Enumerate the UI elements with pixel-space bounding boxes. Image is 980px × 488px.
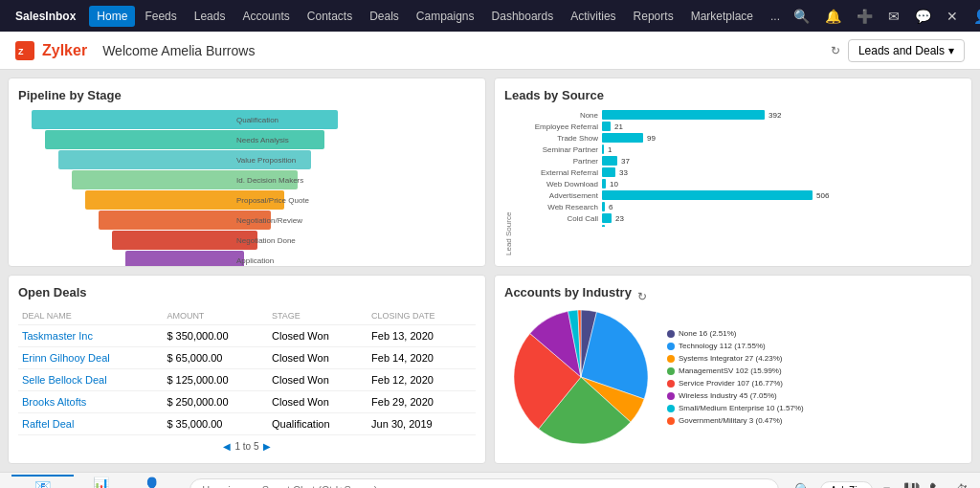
leads-deals-button[interactable]: Leads and Deals ▾ xyxy=(848,39,965,62)
save-icon[interactable]: 💾 xyxy=(903,482,920,488)
nav-items: HomeFeedsLeadsAccountsContactsDealsCampa… xyxy=(89,6,761,27)
legend-item: Government/Military 3 (0.47%) xyxy=(667,416,962,425)
deal-amount: $ 65,000.00 xyxy=(163,347,268,369)
funnel-stage-label: Application xyxy=(236,256,351,265)
bottom-right-actions: 🔍 Ask Zia ✏ 💾 📞 ⏱ xyxy=(794,481,969,489)
leads-bar-row: Public Relations8 xyxy=(517,225,829,227)
more-icon[interactable]: ... xyxy=(763,6,788,27)
legend-label: Government/Military 3 (0.47%) xyxy=(679,416,782,425)
brand-label[interactable]: SalesInbox xyxy=(8,6,83,27)
funnel-bar xyxy=(125,251,244,267)
nav-item-dashboards[interactable]: Dashboards xyxy=(484,6,562,27)
nav-item-activities[interactable]: Activities xyxy=(563,6,623,27)
leads-bar-fill xyxy=(602,144,604,154)
funnel-stage: Needs Analysis xyxy=(18,130,351,149)
next-page-arrow[interactable]: ▶ xyxy=(263,441,271,452)
compose-icon[interactable]: ✏ xyxy=(882,482,894,488)
pipeline-panel: Pipeline by Stage QualificationNeeds Ana… xyxy=(8,78,486,267)
leads-bar-fill xyxy=(602,179,606,189)
deal-name-link[interactable]: Taskmaster Inc xyxy=(18,325,163,347)
deal-stage: Closed Won xyxy=(268,369,368,391)
leads-bar-value: 99 xyxy=(647,134,656,143)
bottom-bar: 📧Unread Deals📊Channels👤Contacts 🔍 Ask Zi… xyxy=(0,472,980,488)
deal-name-link[interactable]: Erinn Gilhooy Deal xyxy=(18,347,163,369)
nav-item-accounts[interactable]: Accounts xyxy=(234,6,297,27)
close-icon[interactable]: ✕ xyxy=(943,7,962,26)
leads-bar-value: 392 xyxy=(768,111,781,120)
deal-name-link[interactable]: Selle Bellock Deal xyxy=(18,369,163,391)
chat-icon[interactable]: 💬 xyxy=(911,7,935,26)
funnel-stage: Id. Decision Makers xyxy=(18,170,351,189)
leads-bar-label: Public Relations xyxy=(517,226,598,228)
deals-column-header: DEAL NAME xyxy=(18,307,163,325)
legend-color-dot xyxy=(667,343,675,350)
bottom-tab-contacts[interactable]: 👤Contacts xyxy=(129,475,175,488)
call-icon[interactable]: 📞 xyxy=(929,482,946,488)
funnel-stage-label: Value Proposition xyxy=(236,156,351,165)
user-avatar[interactable]: 👤 xyxy=(969,7,980,26)
leads-bar-fill xyxy=(602,122,611,131)
legend-color-dot xyxy=(667,367,675,375)
nav-item-marketplace[interactable]: Marketplace xyxy=(683,6,761,27)
tab-icon: 👤 xyxy=(144,477,160,488)
zylker-logo-icon: Z xyxy=(15,41,34,60)
legend-label: Systems Integrator 27 (4.23%) xyxy=(679,354,783,363)
nav-item-contacts[interactable]: Contacts xyxy=(300,6,360,27)
ask-zia-button[interactable]: Ask Zia xyxy=(820,481,873,489)
leads-bar-value: 23 xyxy=(615,214,624,223)
smart-chat-input[interactable] xyxy=(189,478,778,488)
refresh-icon[interactable]: ↻ xyxy=(831,44,840,57)
legend-item: Technology 112 (17.55%) xyxy=(667,342,962,350)
email-icon[interactable]: ✉ xyxy=(884,7,903,26)
leads-bar-fill xyxy=(602,190,813,200)
search-bottom-icon[interactable]: 🔍 xyxy=(794,482,811,488)
header-bar: Z Zylker Welcome Amelia Burrows ↻ Leads … xyxy=(0,32,980,70)
deal-name-link[interactable]: Brooks Altofts xyxy=(18,391,163,413)
leads-bar-label: Seminar Partner xyxy=(517,145,598,154)
leads-source-title: Leads by Source xyxy=(504,88,962,102)
deal-stage: Closed Won xyxy=(268,347,368,369)
nav-item-leads[interactable]: Leads xyxy=(187,6,234,27)
open-deals-panel: Open Deals DEAL NAMEAMOUNTSTAGECLOSING D… xyxy=(8,275,486,464)
prev-page-arrow[interactable]: ◀ xyxy=(223,441,231,452)
bottom-tab-channels[interactable]: 📊Channels xyxy=(78,475,125,488)
leads-bar-row: Partner37 xyxy=(517,156,829,166)
table-row: Erinn Gilhooy Deal$ 65,000.00Closed WonF… xyxy=(18,347,476,369)
leads-bar-label: Cold Call xyxy=(517,214,598,223)
nav-item-home[interactable]: Home xyxy=(89,6,135,27)
leads-bar-value: 10 xyxy=(610,180,618,189)
leads-panel-inner: Lead Source None392Employee Referral21Tr… xyxy=(504,110,962,255)
leads-bar-row: Web Download10 xyxy=(517,179,829,189)
pie-chart-svg xyxy=(504,300,657,454)
leads-bar-value: 37 xyxy=(621,157,630,166)
plus-icon[interactable]: ➕ xyxy=(853,7,877,26)
accounts-title: Accounts by Industry xyxy=(504,285,632,299)
leads-bar-row: Advertisement506 xyxy=(517,190,829,200)
search-icon[interactable]: 🔍 xyxy=(790,7,813,26)
funnel-stage-label: Negotiation Done xyxy=(236,236,351,245)
funnel-stage: Application xyxy=(18,251,351,267)
legend-label: None 16 (2.51%) xyxy=(679,329,736,338)
deal-name-link[interactable]: Raftel Deal xyxy=(18,413,163,435)
nav-item-feeds[interactable]: Feeds xyxy=(137,6,184,27)
leads-y-label: Lead Source xyxy=(504,110,513,255)
bell-icon[interactable]: 🔔 xyxy=(821,7,845,26)
deal-amount: $ 250,000.00 xyxy=(163,391,268,413)
legend-item: Small/Medium Enterprise 10 (1.57%) xyxy=(667,404,962,412)
pagination-info: 1 to 5 xyxy=(234,441,258,452)
leads-bar-fill xyxy=(602,213,612,223)
nav-item-reports[interactable]: Reports xyxy=(626,6,681,27)
legend-color-dot xyxy=(667,392,675,400)
leads-bar-fill xyxy=(602,110,765,120)
leads-source-panel: Leads by Source Lead Source None392Emplo… xyxy=(494,78,972,267)
deals-table: DEAL NAMEAMOUNTSTAGECLOSING DATE Taskmas… xyxy=(18,307,476,435)
table-row: Brooks Altofts$ 250,000.00Closed WonFeb … xyxy=(18,391,476,413)
leads-bar-row: Employee Referral21 xyxy=(517,122,829,131)
bottom-tab-unread-deals[interactable]: 📧Unread Deals xyxy=(11,475,74,488)
time-icon[interactable]: ⏱ xyxy=(955,482,969,488)
nav-item-campaigns[interactable]: Campaigns xyxy=(409,6,482,27)
nav-item-deals[interactable]: Deals xyxy=(362,6,407,27)
leads-bar-label: Partner xyxy=(517,157,598,166)
leads-bar-value: 21 xyxy=(614,122,623,131)
table-row: Raftel Deal$ 35,000.00QualificationJun 3… xyxy=(18,413,476,435)
